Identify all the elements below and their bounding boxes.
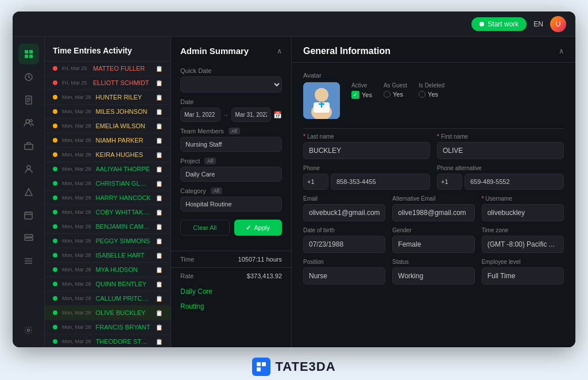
- entry-dot: [53, 80, 57, 85]
- entry-item[interactable]: Mon, Mar 28 MILES JOHNSON 📋: [45, 105, 171, 119]
- entry-date: Mon, Mar 28: [62, 281, 91, 287]
- entry-name: KEIRA HUGHES: [96, 151, 151, 158]
- project-list-item-daily-core[interactable]: Daily Core: [171, 284, 291, 299]
- first-name-input[interactable]: [437, 142, 564, 159]
- sidebar-icon-settings[interactable]: [18, 320, 39, 340]
- general-info-collapse[interactable]: ∧: [559, 47, 564, 55]
- entry-item[interactable]: Mon, Mar 28 ISABELLE HART 📋: [45, 248, 171, 263]
- language-selector[interactable]: EN: [533, 20, 543, 28]
- entry-icon: 📋: [156, 310, 163, 316]
- team-members-input[interactable]: [180, 137, 282, 152]
- entry-item[interactable]: Mon, Mar 28 CHRISTIAN GLOVER 📋: [45, 176, 171, 191]
- as-guest-checkbox[interactable]: [384, 91, 390, 98]
- calendar-picker-icon[interactable]: 📅: [273, 111, 282, 119]
- entry-dot: [53, 296, 57, 301]
- sidebar-icon-person[interactable]: [18, 159, 39, 179]
- entry-item[interactable]: Mon, Mar 28 NIAMH PARKER 📋: [45, 133, 171, 148]
- date-arrow-icon: →: [223, 112, 229, 118]
- entry-item[interactable]: Mon, Mar 28 CALLUM PRITCHARD 📋: [45, 291, 171, 306]
- entry-item[interactable]: Mon, Mar 28 AALIYAH THORPE 📋: [45, 162, 171, 176]
- phone-label: Phone: [303, 165, 430, 171]
- entry-item[interactable]: Mon, Mar 28 EMELIA WILSON 📋: [45, 119, 171, 133]
- emp-level-select[interactable]: Full Time: [482, 267, 564, 285]
- time-label: Time: [180, 256, 194, 263]
- svg-point-10: [30, 120, 32, 122]
- timezone-select[interactable]: (GMT -8:00) Pacific ...: [482, 236, 564, 253]
- clear-all-button[interactable]: Clear All: [180, 220, 230, 236]
- is-deleted-value: Yes: [428, 91, 438, 98]
- phone-prefix-input[interactable]: [303, 174, 328, 190]
- entry-icon: 📋: [156, 281, 163, 287]
- entry-item[interactable]: Fri, Mar 25 MATTEO FULLER 📋: [45, 62, 171, 76]
- entry-icon: 📋: [156, 267, 163, 273]
- entry-name: OLIVE BUCKLEY: [96, 309, 151, 316]
- sidebar-icon-chart[interactable]: [18, 182, 39, 202]
- entry-item[interactable]: Mon, Mar 28 COBY WHITTAKER 📋: [45, 205, 171, 220]
- entry-name: NIAMH PARKER: [96, 137, 151, 144]
- entry-item[interactable]: Mon, Mar 28 HARRY HANCOCK 📋: [45, 191, 171, 205]
- svg-rect-31: [257, 367, 261, 371]
- entry-dot: [53, 282, 57, 286]
- sidebar-icon-briefcase[interactable]: [18, 136, 39, 156]
- entry-item[interactable]: Mon, Mar 28 FRANCIS BRYANT 📋: [45, 320, 171, 335]
- sidebar-icon-grid[interactable]: [18, 44, 39, 64]
- quick-date-label: Quick Date: [180, 67, 282, 74]
- alt-email-input[interactable]: [392, 204, 474, 221]
- date-to-input[interactable]: [231, 108, 272, 122]
- phone-alt-input[interactable]: [465, 174, 564, 190]
- team-members-label: Team Members: [180, 128, 224, 135]
- status-select[interactable]: Working: [392, 267, 474, 285]
- email-input[interactable]: [303, 204, 385, 221]
- sidebar-icon-calendar[interactable]: [18, 205, 39, 225]
- entry-item[interactable]: Mon, Mar 28 QUINN BENTLEY 📋: [45, 277, 171, 291]
- entry-dot: [53, 66, 57, 71]
- entry-item[interactable]: Mon, Mar 28 BENJAMIN CAMPBELL 📋: [45, 220, 171, 234]
- entry-item[interactable]: Mon, Mar 28 KEIRA HUGHES 📋: [45, 148, 171, 162]
- last-name-input[interactable]: [303, 142, 430, 159]
- entry-date: Fri, Mar 25: [62, 66, 87, 71]
- phone-alt-prefix-input[interactable]: [437, 174, 462, 190]
- start-work-button[interactable]: Start work: [471, 17, 527, 31]
- user-avatar[interactable]: U: [550, 16, 566, 32]
- entry-name: QUINN BENTLEY: [96, 281, 151, 287]
- entry-item[interactable]: Mon, Mar 28 THEODORE STEWART 📋: [45, 335, 171, 347]
- phone-input[interactable]: [331, 174, 430, 190]
- category-input[interactable]: [180, 197, 282, 212]
- active-label: Active: [351, 82, 372, 89]
- sidebar-icon-layers[interactable]: [18, 228, 39, 248]
- sidebar-icon-list[interactable]: [18, 251, 39, 271]
- top-bar: Start work EN U: [13, 11, 575, 37]
- entry-date: Mon, Mar 28: [62, 109, 91, 114]
- entry-item[interactable]: Mon, Mar 28 OLIVE BUCKLEY 📋: [45, 306, 171, 320]
- dob-input[interactable]: [303, 236, 385, 253]
- active-checkbox[interactable]: ✓: [351, 91, 359, 99]
- sidebar-icon-clock[interactable]: [18, 67, 39, 87]
- entry-icon: 📋: [156, 181, 163, 187]
- username-input[interactable]: [482, 204, 564, 221]
- entry-item[interactable]: Mon, Mar 28 PEGGY SIMMONS 📋: [45, 234, 171, 248]
- sidebar-icon-users[interactable]: [18, 113, 39, 133]
- as-guest-value: Yes: [393, 91, 403, 98]
- position-input[interactable]: [303, 267, 385, 285]
- entry-item[interactable]: Mon, Mar 28 HUNTER RILEY 📋: [45, 90, 171, 105]
- admin-summary-panel: Admin Summary ∧ Quick Date Date → 📅 Team…: [171, 37, 292, 347]
- entry-dot: [53, 167, 57, 171]
- apply-button[interactable]: Apply: [234, 220, 283, 236]
- quick-date-select[interactable]: [180, 76, 282, 93]
- sidebar: [13, 37, 45, 347]
- is-deleted-checkbox[interactable]: [419, 91, 425, 98]
- entry-item[interactable]: Mon, Mar 28 MYA HUDSON 📋: [45, 263, 171, 277]
- sidebar-icon-document[interactable]: [18, 90, 39, 110]
- project-input[interactable]: [180, 167, 282, 182]
- entry-dot: [53, 339, 57, 344]
- project-list-item-routing[interactable]: Routing: [171, 299, 291, 314]
- entry-item[interactable]: Fri, Mar 25 ELLIOTT SCHMIDT 📋: [45, 76, 171, 90]
- admin-summary-collapse[interactable]: ∧: [277, 47, 282, 55]
- gender-label: Gender: [392, 227, 474, 233]
- entry-name: BENJAMIN CAMPBELL: [96, 223, 151, 230]
- svg-rect-30: [262, 362, 266, 366]
- email-label: Email: [303, 195, 385, 202]
- gender-select[interactable]: Female Male Other: [392, 236, 474, 253]
- rate-value: $373,413.92: [247, 272, 282, 279]
- date-from-input[interactable]: [180, 108, 220, 122]
